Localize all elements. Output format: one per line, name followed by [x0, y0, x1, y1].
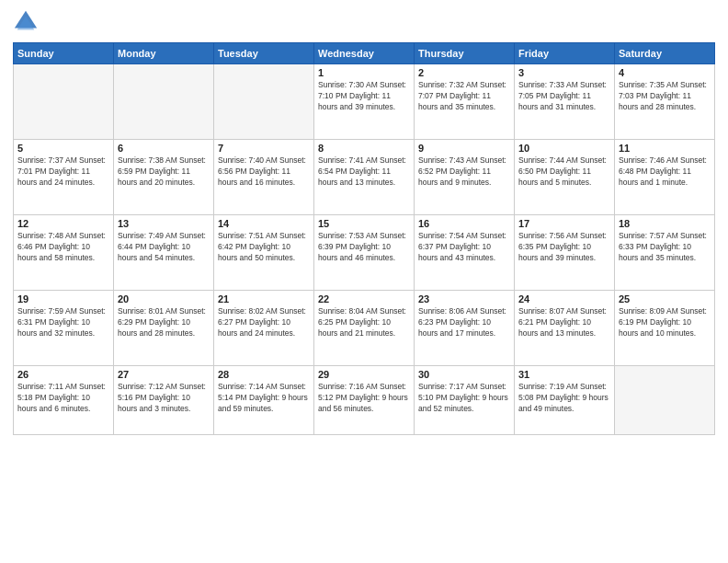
day-number: 22 — [318, 293, 410, 304]
weekday-header-wednesday: Wednesday — [314, 43, 415, 64]
day-info: Sunrise: 8:01 AM Sunset: 6:29 PM Dayligh… — [118, 306, 210, 339]
day-cell: 1Sunrise: 7:30 AM Sunset: 7:10 PM Daylig… — [314, 64, 415, 140]
day-number: 7 — [218, 143, 310, 154]
day-cell: 13Sunrise: 7:49 AM Sunset: 6:44 PM Dayli… — [114, 215, 214, 291]
day-number: 8 — [318, 143, 410, 154]
day-number: 19 — [17, 293, 109, 304]
day-cell: 31Sunrise: 7:19 AM Sunset: 5:08 PM Dayli… — [515, 366, 615, 435]
weekday-header-monday: Monday — [114, 43, 214, 64]
day-number: 31 — [518, 369, 610, 380]
day-info: Sunrise: 8:09 AM Sunset: 6:19 PM Dayligh… — [619, 306, 711, 339]
weekday-header-tuesday: Tuesday — [214, 43, 314, 64]
day-cell: 16Sunrise: 7:54 AM Sunset: 6:37 PM Dayli… — [415, 215, 515, 291]
day-cell: 10Sunrise: 7:44 AM Sunset: 6:50 PM Dayli… — [515, 140, 615, 215]
day-cell: 19Sunrise: 7:59 AM Sunset: 6:31 PM Dayli… — [14, 291, 114, 366]
day-cell: 15Sunrise: 7:53 AM Sunset: 6:39 PM Dayli… — [314, 215, 415, 291]
day-cell: 20Sunrise: 8:01 AM Sunset: 6:29 PM Dayli… — [114, 291, 214, 366]
week-row-5: 26Sunrise: 7:11 AM Sunset: 5:18 PM Dayli… — [14, 366, 715, 435]
day-cell: 24Sunrise: 8:07 AM Sunset: 6:21 PM Dayli… — [515, 291, 615, 366]
day-info: Sunrise: 7:16 AM Sunset: 5:12 PM Dayligh… — [318, 382, 410, 415]
day-number: 16 — [418, 218, 510, 229]
day-info: Sunrise: 7:49 AM Sunset: 6:44 PM Dayligh… — [118, 231, 210, 264]
day-number: 3 — [518, 67, 610, 78]
day-number: 1 — [318, 67, 410, 78]
day-info: Sunrise: 7:48 AM Sunset: 6:46 PM Dayligh… — [17, 231, 109, 264]
day-info: Sunrise: 7:30 AM Sunset: 7:10 PM Dayligh… — [318, 80, 410, 113]
day-number: 10 — [518, 143, 610, 154]
day-number: 30 — [418, 369, 510, 380]
day-cell: 7Sunrise: 7:40 AM Sunset: 6:56 PM Daylig… — [214, 140, 314, 215]
day-cell: 27Sunrise: 7:12 AM Sunset: 5:16 PM Dayli… — [114, 366, 214, 435]
day-info: Sunrise: 7:35 AM Sunset: 7:03 PM Dayligh… — [619, 80, 711, 113]
day-number: 4 — [619, 67, 711, 78]
day-cell: 30Sunrise: 7:17 AM Sunset: 5:10 PM Dayli… — [415, 366, 515, 435]
day-cell: 11Sunrise: 7:46 AM Sunset: 6:48 PM Dayli… — [615, 140, 715, 215]
week-row-2: 5Sunrise: 7:37 AM Sunset: 7:01 PM Daylig… — [14, 140, 715, 215]
day-info: Sunrise: 7:40 AM Sunset: 6:56 PM Dayligh… — [218, 155, 310, 189]
day-number: 24 — [518, 293, 610, 304]
day-cell: 26Sunrise: 7:11 AM Sunset: 5:18 PM Dayli… — [14, 366, 114, 435]
day-number: 15 — [318, 218, 410, 229]
day-info: Sunrise: 7:33 AM Sunset: 7:05 PM Dayligh… — [518, 80, 610, 113]
day-info: Sunrise: 7:57 AM Sunset: 6:33 PM Dayligh… — [619, 231, 711, 264]
day-cell: 14Sunrise: 7:51 AM Sunset: 6:42 PM Dayli… — [214, 215, 314, 291]
day-cell: 2Sunrise: 7:32 AM Sunset: 7:07 PM Daylig… — [415, 64, 515, 140]
day-cell: 6Sunrise: 7:38 AM Sunset: 6:59 PM Daylig… — [114, 140, 214, 215]
logo-icon — [13, 9, 39, 35]
week-row-3: 12Sunrise: 7:48 AM Sunset: 6:46 PM Dayli… — [14, 215, 715, 291]
day-number: 28 — [218, 369, 310, 380]
day-cell: 3Sunrise: 7:33 AM Sunset: 7:05 PM Daylig… — [515, 64, 615, 140]
day-number: 12 — [17, 218, 109, 229]
day-cell: 5Sunrise: 7:37 AM Sunset: 7:01 PM Daylig… — [14, 140, 114, 215]
day-cell — [615, 366, 715, 435]
day-cell: 25Sunrise: 8:09 AM Sunset: 6:19 PM Dayli… — [615, 291, 715, 366]
day-info: Sunrise: 7:53 AM Sunset: 6:39 PM Dayligh… — [318, 231, 410, 264]
day-info: Sunrise: 7:41 AM Sunset: 6:54 PM Dayligh… — [318, 155, 410, 189]
day-number: 25 — [619, 293, 711, 304]
day-info: Sunrise: 7:17 AM Sunset: 5:10 PM Dayligh… — [418, 382, 510, 415]
weekday-header-row: SundayMondayTuesdayWednesdayThursdayFrid… — [14, 43, 715, 64]
day-info: Sunrise: 7:14 AM Sunset: 5:14 PM Dayligh… — [218, 382, 310, 415]
day-cell: 22Sunrise: 8:04 AM Sunset: 6:25 PM Dayli… — [314, 291, 415, 366]
page: SundayMondayTuesdayWednesdayThursdayFrid… — [0, 0, 728, 563]
day-cell: 28Sunrise: 7:14 AM Sunset: 5:14 PM Dayli… — [214, 366, 314, 435]
day-number: 6 — [118, 143, 210, 154]
day-info: Sunrise: 7:44 AM Sunset: 6:50 PM Dayligh… — [518, 155, 610, 189]
day-cell: 17Sunrise: 7:56 AM Sunset: 6:35 PM Dayli… — [515, 215, 615, 291]
week-row-4: 19Sunrise: 7:59 AM Sunset: 6:31 PM Dayli… — [14, 291, 715, 366]
day-info: Sunrise: 7:51 AM Sunset: 6:42 PM Dayligh… — [218, 231, 310, 264]
week-row-1: 1Sunrise: 7:30 AM Sunset: 7:10 PM Daylig… — [14, 64, 715, 140]
day-cell: 8Sunrise: 7:41 AM Sunset: 6:54 PM Daylig… — [314, 140, 415, 215]
day-cell: 4Sunrise: 7:35 AM Sunset: 7:03 PM Daylig… — [615, 64, 715, 140]
weekday-header-friday: Friday — [515, 43, 615, 64]
day-cell: 12Sunrise: 7:48 AM Sunset: 6:46 PM Dayli… — [14, 215, 114, 291]
day-info: Sunrise: 7:37 AM Sunset: 7:01 PM Dayligh… — [17, 155, 109, 189]
day-number: 13 — [118, 218, 210, 229]
header — [13, 9, 715, 35]
day-info: Sunrise: 7:32 AM Sunset: 7:07 PM Dayligh… — [418, 80, 510, 113]
day-cell: 23Sunrise: 8:06 AM Sunset: 6:23 PM Dayli… — [415, 291, 515, 366]
day-number: 5 — [17, 143, 109, 154]
weekday-header-saturday: Saturday — [615, 43, 715, 64]
weekday-header-thursday: Thursday — [415, 43, 515, 64]
day-cell — [114, 64, 214, 140]
day-cell — [14, 64, 114, 140]
day-number: 27 — [118, 369, 210, 380]
day-number: 17 — [518, 218, 610, 229]
day-number: 14 — [218, 218, 310, 229]
day-info: Sunrise: 7:43 AM Sunset: 6:52 PM Dayligh… — [418, 155, 510, 189]
day-number: 26 — [17, 369, 109, 380]
day-number: 29 — [318, 369, 410, 380]
day-cell: 21Sunrise: 8:02 AM Sunset: 6:27 PM Dayli… — [214, 291, 314, 366]
day-number: 11 — [619, 143, 711, 154]
day-info: Sunrise: 7:19 AM Sunset: 5:08 PM Dayligh… — [518, 382, 610, 415]
day-info: Sunrise: 8:07 AM Sunset: 6:21 PM Dayligh… — [518, 306, 610, 339]
day-info: Sunrise: 7:12 AM Sunset: 5:16 PM Dayligh… — [118, 382, 210, 415]
day-number: 2 — [418, 67, 510, 78]
day-info: Sunrise: 7:38 AM Sunset: 6:59 PM Dayligh… — [118, 155, 210, 189]
day-cell: 9Sunrise: 7:43 AM Sunset: 6:52 PM Daylig… — [415, 140, 515, 215]
day-info: Sunrise: 7:56 AM Sunset: 6:35 PM Dayligh… — [518, 231, 610, 264]
day-info: Sunrise: 7:46 AM Sunset: 6:48 PM Dayligh… — [619, 155, 711, 189]
day-cell: 29Sunrise: 7:16 AM Sunset: 5:12 PM Dayli… — [314, 366, 415, 435]
day-cell — [214, 64, 314, 140]
